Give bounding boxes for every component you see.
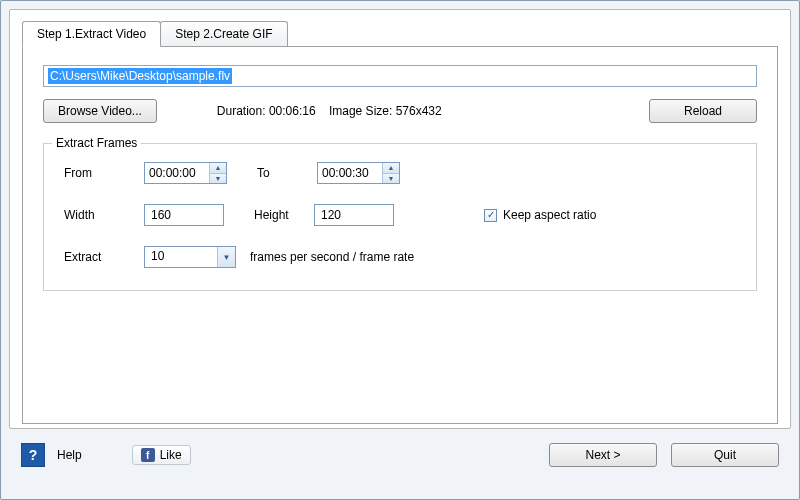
- to-time-spinner[interactable]: ▲ ▼: [317, 162, 400, 184]
- bottom-bar: ? Help f Like Next > Quit: [9, 429, 791, 467]
- spinner-up-icon[interactable]: ▲: [210, 163, 226, 174]
- chevron-down-icon[interactable]: ▼: [217, 247, 235, 267]
- extract-frames-legend: Extract Frames: [52, 136, 141, 150]
- image-size-value: 576x432: [396, 104, 442, 118]
- keep-aspect-checkbox[interactable]: ✓ Keep aspect ratio: [484, 208, 596, 222]
- video-path-text: C:\Users\Mike\Desktop\sample.flv: [48, 68, 232, 84]
- browse-video-button[interactable]: Browse Video...: [43, 99, 157, 123]
- spinner-down-icon[interactable]: ▼: [383, 174, 399, 184]
- extract-frames-group: Extract Frames From ▲ ▼ To ▲: [43, 143, 757, 291]
- spinner-down-icon[interactable]: ▼: [210, 174, 226, 184]
- facebook-like-button[interactable]: f Like: [132, 445, 191, 465]
- facebook-icon: f: [141, 448, 155, 462]
- tab-step1[interactable]: Step 1.Extract Video: [22, 21, 161, 47]
- height-input[interactable]: [314, 204, 394, 226]
- main-panel: Step 1.Extract Video Step 2.Create GIF C…: [9, 9, 791, 429]
- height-label: Height: [254, 208, 314, 222]
- video-info: Duration: 00:06:16 Image Size: 576x432: [217, 104, 442, 118]
- duration-label: Duration:: [217, 104, 266, 118]
- keep-aspect-label: Keep aspect ratio: [503, 208, 596, 222]
- width-input[interactable]: [144, 204, 224, 226]
- width-label: Width: [64, 208, 144, 222]
- image-size-label: Image Size:: [329, 104, 392, 118]
- tab-body: C:\Users\Mike\Desktop\sample.flv Browse …: [22, 46, 778, 424]
- from-label: From: [64, 166, 144, 180]
- next-button[interactable]: Next >: [549, 443, 657, 467]
- tab-strip: Step 1.Extract Video Step 2.Create GIF: [22, 20, 778, 46]
- to-label: To: [257, 166, 317, 180]
- quit-button[interactable]: Quit: [671, 443, 779, 467]
- from-time-input[interactable]: [145, 163, 209, 183]
- help-icon[interactable]: ?: [21, 443, 45, 467]
- tab-step2[interactable]: Step 2.Create GIF: [160, 21, 287, 47]
- app-window: Step 1.Extract Video Step 2.Create GIF C…: [0, 0, 800, 500]
- framerate-combo[interactable]: 10 ▼: [144, 246, 236, 268]
- from-time-arrows: ▲ ▼: [209, 163, 226, 183]
- help-label[interactable]: Help: [57, 448, 82, 462]
- to-time-input[interactable]: [318, 163, 382, 183]
- checkbox-icon: ✓: [484, 209, 497, 222]
- to-time-arrows: ▲ ▼: [382, 163, 399, 183]
- from-time-spinner[interactable]: ▲ ▼: [144, 162, 227, 184]
- spinner-up-icon[interactable]: ▲: [383, 163, 399, 174]
- extract-label: Extract: [64, 250, 144, 264]
- framerate-suffix: frames per second / frame rate: [250, 250, 414, 264]
- video-path-input[interactable]: C:\Users\Mike\Desktop\sample.flv: [43, 65, 757, 87]
- duration-value: 00:06:16: [269, 104, 316, 118]
- like-label: Like: [160, 448, 182, 462]
- reload-button[interactable]: Reload: [649, 99, 757, 123]
- framerate-value: 10: [145, 247, 217, 267]
